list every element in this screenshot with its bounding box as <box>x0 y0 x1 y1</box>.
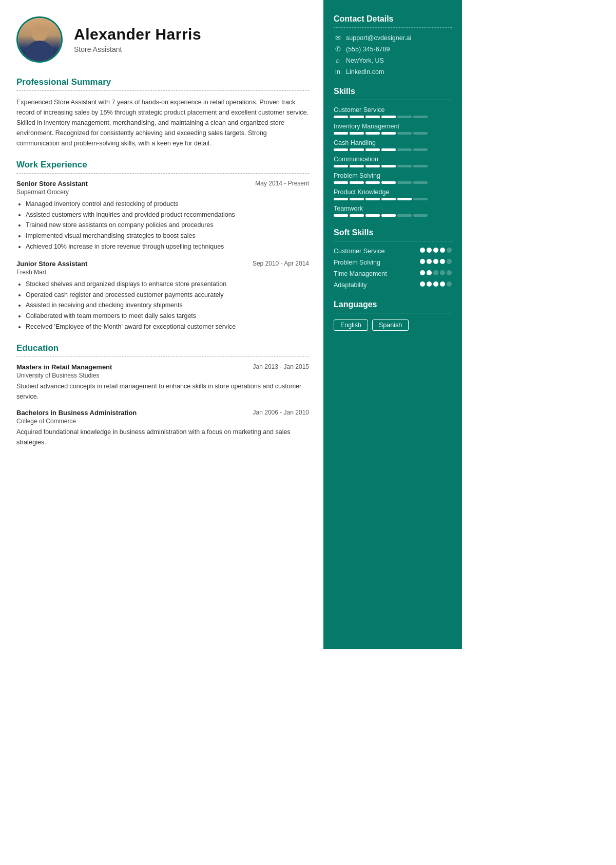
header-section: Alexander Harris Store Assistant <box>16 16 309 63</box>
divider <box>16 90 309 91</box>
soft-skill-dot <box>427 259 432 264</box>
education-container: Masters in Retail Management Jan 2013 - … <box>16 363 309 447</box>
language-badge: English <box>334 319 368 331</box>
soft-skill-dot <box>440 281 445 287</box>
skill-segment <box>413 181 428 184</box>
skill-name: Problem Solving <box>334 172 452 179</box>
skill-segment <box>334 214 348 217</box>
skill-segment <box>381 132 396 135</box>
skill-segment <box>413 148 428 151</box>
soft-skill-dot <box>440 270 445 275</box>
soft-skill-dots <box>420 259 452 264</box>
contact-icon: in <box>334 68 342 76</box>
skill-bar <box>334 132 452 135</box>
language-badge: Spanish <box>372 319 409 331</box>
skill-name: Cash Handling <box>334 139 452 146</box>
languages-title: Languages <box>334 300 452 309</box>
skill-segment <box>365 198 380 200</box>
soft-skill-dot <box>440 248 445 253</box>
job-bullets: Stocked shelves and organized displays t… <box>16 279 309 332</box>
skill-segment <box>397 181 412 184</box>
skill-segment <box>413 165 428 167</box>
skill-name: Inventory Management <box>334 123 452 130</box>
list-item: Received 'Employee of the Month' award f… <box>26 322 309 332</box>
skill-segment <box>397 165 412 167</box>
soft-skill-dot <box>427 270 432 275</box>
soft-skill-dot <box>420 270 425 275</box>
soft-skills-title: Soft Skills <box>334 228 452 237</box>
job-company: Supermart Grocery <box>16 189 309 196</box>
skill-segment <box>350 214 364 217</box>
soft-skill-item: Problem Solving <box>334 259 452 266</box>
skill-segment <box>334 198 348 200</box>
list-item: Operated cash register and processed cus… <box>26 290 309 300</box>
contact-text: LinkedIn.com <box>346 68 384 76</box>
skill-bar <box>334 116 452 118</box>
list-item: Achieved 10% increase in store revenue t… <box>26 241 309 252</box>
contact-item: ✉ support@cvdesigner.ai <box>334 34 452 42</box>
skill-segment <box>381 181 396 184</box>
skill-item: Inventory Management <box>334 123 452 135</box>
job-header: Junior Store Assistant Sep 2010 - Apr 20… <box>16 260 309 268</box>
soft-skills-section: Soft Skills Customer Service Problem Sol… <box>334 228 452 289</box>
skill-item: Problem Solving <box>334 172 452 184</box>
right-divider <box>334 100 452 100</box>
skill-segment <box>334 181 348 184</box>
job-item: Junior Store Assistant Sep 2010 - Apr 20… <box>16 260 309 332</box>
professional-summary-section: Professional Summary Experienced Store A… <box>16 77 309 148</box>
skill-segment <box>381 214 396 217</box>
contact-text: NewYork, US <box>346 57 384 64</box>
full-name: Alexander Harris <box>74 26 201 43</box>
soft-skill-dots <box>420 281 452 287</box>
soft-skill-name: Adaptability <box>334 281 420 289</box>
contact-container: ✉ support@cvdesigner.ai ✆ (555) 345-6789… <box>334 34 452 76</box>
soft-skill-dot <box>433 259 438 264</box>
skill-bar <box>334 165 452 167</box>
edu-school: College of Commerce <box>16 418 309 425</box>
edu-date: Jan 2013 - Jan 2015 <box>253 363 309 370</box>
skill-segment <box>334 165 348 167</box>
contact-item: ✆ (555) 345-6789 <box>334 45 452 53</box>
skill-item: Customer Service <box>334 106 452 118</box>
soft-skill-dot <box>447 270 452 275</box>
skill-name: Communication <box>334 156 452 163</box>
skill-segment <box>397 148 412 151</box>
skill-segment <box>397 116 412 118</box>
divider <box>16 173 309 174</box>
education-item: Bachelors in Business Administration Jan… <box>16 409 309 447</box>
skill-segment <box>365 181 380 184</box>
job-item: Senior Store Assistant May 2014 - Presen… <box>16 180 309 252</box>
job-title-text: Junior Store Assistant <box>16 260 87 268</box>
edu-description: Acquired foundational knowledge in busin… <box>16 427 309 447</box>
contact-icon: ⌂ <box>334 57 342 64</box>
work-experience-section: Work Experience Senior Store Assistant M… <box>16 160 309 332</box>
soft-skills-container: Customer Service Problem Solving Time Ma… <box>334 248 452 289</box>
skill-segment <box>350 165 364 167</box>
list-item: Managed inventory control and restocking… <box>26 199 309 210</box>
list-item: Collaborated with team members to meet d… <box>26 311 309 322</box>
jobs-container: Senior Store Assistant May 2014 - Presen… <box>16 180 309 332</box>
edu-description: Studied advanced concepts in retail mana… <box>16 381 309 402</box>
skill-bar <box>334 214 452 217</box>
education-item: Masters in Retail Management Jan 2013 - … <box>16 363 309 402</box>
skill-segment <box>365 214 380 217</box>
skill-segment <box>381 198 396 200</box>
soft-skill-dots <box>420 248 452 253</box>
skill-segment <box>413 198 428 200</box>
contact-title: Contact Details <box>334 14 452 24</box>
skill-segment <box>365 165 380 167</box>
edu-school: University of Business Studies <box>16 372 309 379</box>
skill-name: Product Knowledge <box>334 189 452 196</box>
soft-skill-item: Customer Service <box>334 248 452 255</box>
soft-skill-item: Time Management <box>334 270 452 277</box>
avatar <box>16 16 63 63</box>
edu-header: Bachelors in Business Administration Jan… <box>16 409 309 417</box>
edu-header: Masters in Retail Management Jan 2013 - … <box>16 363 309 371</box>
header-text: Alexander Harris Store Assistant <box>74 26 201 53</box>
list-item: Stocked shelves and organized displays t… <box>26 279 309 290</box>
skill-segment <box>397 198 412 200</box>
contact-text: support@cvdesigner.ai <box>346 34 411 42</box>
skill-segment <box>350 148 364 151</box>
education-section: Education Masters in Retail Management J… <box>16 343 309 447</box>
list-item: Trained new store assistants on company … <box>26 220 309 231</box>
